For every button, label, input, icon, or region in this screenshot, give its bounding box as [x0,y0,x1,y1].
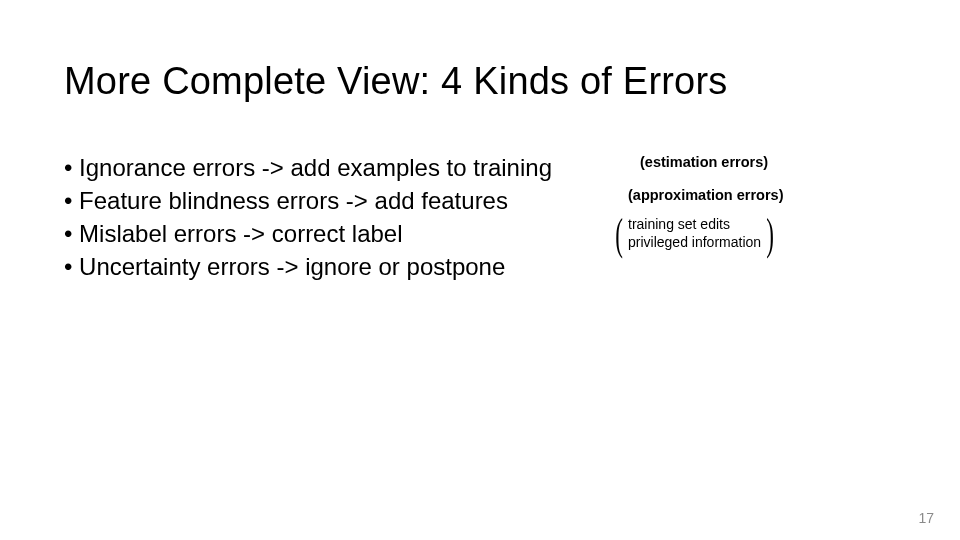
brace-inner: training set edits privileged informatio… [626,216,763,252]
slide-title: More Complete View: 4 Kinds of Errors [64,60,900,103]
content-row: • Ignorance errors -> add examples to tr… [64,151,900,283]
brace-top: training set edits [628,216,761,234]
right-column: (estimation errors) (approximation error… [600,151,784,283]
page-number: 17 [918,510,934,526]
brace-bottom: privileged information [628,234,761,252]
bullet-list: • Ignorance errors -> add examples to tr… [64,151,552,283]
note-approximation: (approximation errors) [628,186,784,205]
right-paren-icon: ) [766,212,774,256]
bullet-item: • Ignorance errors -> add examples to tr… [64,151,552,184]
left-paren-icon: ( [615,212,623,256]
slide: More Complete View: 4 Kinds of Errors • … [0,0,960,540]
bullet-item: • Feature blindness errors -> add featur… [64,184,552,217]
bullet-item: • Uncertainty errors -> ignore or postpo… [64,250,552,283]
brace-expression: ( training set edits privileged informat… [612,213,784,255]
note-estimation: (estimation errors) [640,153,784,172]
bullet-item: • Mislabel errors -> correct label [64,217,552,250]
